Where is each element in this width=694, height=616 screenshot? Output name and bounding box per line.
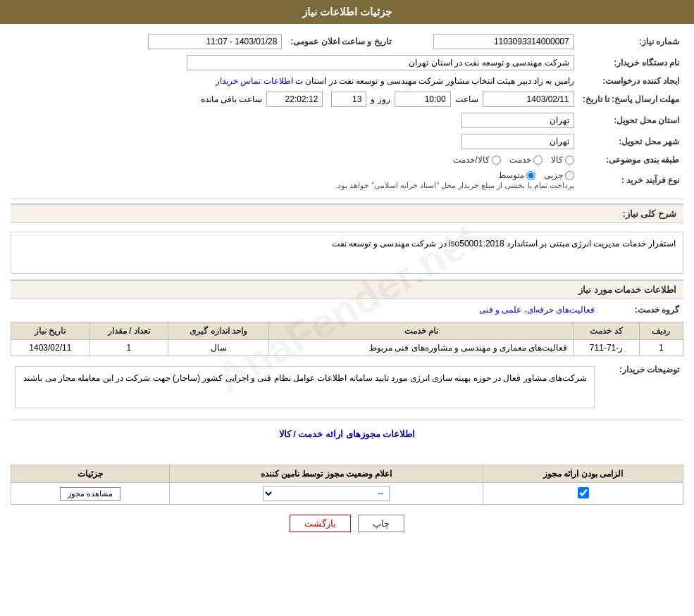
cell-service-name: فعالیت‌های معماری و مهندسی و مشاوره‌های … <box>269 340 574 356</box>
buyer-org-input[interactable] <box>187 55 574 70</box>
label-response-deadline: مهلت ارسال پاسخ: تا تاریخ: <box>578 89 683 110</box>
table-row: 1 ر-71-711 فعالیت‌های معماری و مهندسی و … <box>11 340 683 356</box>
action-buttons: چاپ بازگشت <box>11 505 683 542</box>
view-license-button[interactable]: مشاهده مجوز <box>60 487 120 501</box>
radio-service[interactable]: خدمت <box>509 155 543 165</box>
cell-row-num: 1 <box>639 340 683 356</box>
deadline-time-input[interactable] <box>395 92 451 107</box>
cell-quantity: 1 <box>89 340 168 356</box>
radio-service-input[interactable] <box>533 156 543 165</box>
service-group-link[interactable]: فعالیت‌های حرفه‌ای، علمی و فنی <box>479 305 595 315</box>
label-day: روز و <box>371 94 390 104</box>
label-service-group: گروه خدمت: <box>599 302 683 318</box>
radio-goods-service[interactable]: کالا/خدمت <box>453 155 500 165</box>
label-category: طبقه بندی موضوعی: <box>578 152 683 168</box>
radio-partial-input[interactable] <box>565 171 574 180</box>
label-need-number: شماره نیاز: <box>578 31 683 52</box>
radio-medium-input[interactable] <box>526 171 535 180</box>
lic-col-details: جزئیات <box>11 465 170 483</box>
label-process-type: نوع فرآیند خرید : <box>578 168 683 193</box>
cell-service-code: ر-71-711 <box>574 340 639 356</box>
deadline-remain-input[interactable] <box>266 92 323 107</box>
lic-cell-details: مشاهده مجوز <box>11 483 170 505</box>
top-info-table: شماره نیاز: تاریخ و ساعت اعلان عمومی: نا… <box>11 31 683 193</box>
label-buyer-notes: توضیحات خریدار: <box>599 360 683 414</box>
col-service-code: کد خدمت <box>574 322 639 340</box>
buyer-notes-box: شرکت‌های مشاور فعال در حوزه بهینه سازی ا… <box>15 366 595 408</box>
label-province: استان محل تحویل: <box>578 110 683 131</box>
province-input[interactable] <box>461 113 574 128</box>
label-remain: ساعت باقی مانده <box>201 94 263 104</box>
section-service-info: اطلاعات خدمات مورد نیاز <box>11 279 683 299</box>
need-number-input[interactable] <box>433 34 574 49</box>
radio-partial[interactable]: جزیی <box>544 170 574 180</box>
print-button[interactable]: چاپ <box>358 515 404 532</box>
section-general-desc: شرح کلی نیاز: <box>11 203 683 223</box>
general-desc-text: استقرار خدمات مدیریت انرژی مبتنی بر استا… <box>332 239 676 249</box>
page-title: جزئیات اطلاعات نیاز <box>0 0 694 24</box>
contact-link[interactable]: اطلاعات تماس خریدار <box>216 76 293 86</box>
label-time: ساعت <box>455 94 478 104</box>
col-row-num: ردیف <box>639 322 683 340</box>
deadline-date-input[interactable] <box>483 92 574 107</box>
radio-goods-input[interactable] <box>565 156 574 165</box>
lic-col-required: الزامی بودن ارائه مجوز <box>483 465 683 483</box>
label-announce-date: تاریخ و ساعت اعلان عمومی: <box>286 31 395 52</box>
services-table: ردیف کد خدمت نام خدمت واحد اندازه گیری ت… <box>11 322 683 356</box>
requester-text: رامین به زاد دبیر هیئت انتخاب مشاور شرکت… <box>295 76 574 86</box>
section-license-title: اطلاعات مجوزهای ارائه خدمت / کالا <box>11 425 683 444</box>
radio-goods-service-input[interactable] <box>492 156 501 165</box>
status-select[interactable]: -- <box>263 486 390 501</box>
city-input[interactable] <box>461 134 574 149</box>
label-buyer-org: نام دستگاه خریدار: <box>578 52 683 73</box>
license-table: الزامی بودن ارائه مجوز اعلام وضعیت مجوز … <box>11 465 683 505</box>
label-city: شهر محل تحویل: <box>578 131 683 152</box>
col-quantity: تعداد / مقدار <box>89 322 168 340</box>
general-desc-box: استقرار خدمات مدیریت انرژی مبتنی بر استا… <box>11 232 683 274</box>
lic-cell-required <box>483 483 683 505</box>
deadline-days-input[interactable] <box>331 92 366 107</box>
col-unit: واحد اندازه گیری <box>168 322 269 340</box>
announce-date-input[interactable] <box>148 34 282 49</box>
required-checkbox[interactable] <box>578 487 589 498</box>
radio-medium[interactable]: متوسط <box>498 170 535 180</box>
lic-cell-status: -- <box>170 483 483 505</box>
radio-goods[interactable]: کالا <box>551 155 574 165</box>
col-service-name: نام خدمت <box>269 322 574 340</box>
label-requester: ایجاد کننده درخواست: <box>578 73 683 89</box>
lic-col-status: اعلام وضعیت مجوز توسط نامین کننده <box>170 465 483 483</box>
col-date: تاریخ نیاز <box>11 322 90 340</box>
back-button[interactable]: بازگشت <box>290 515 351 532</box>
cell-date: 1403/02/11 <box>11 340 90 356</box>
process-note: پرداخت تمام یا بخشی از مبلغ خریدار محل "… <box>335 181 574 189</box>
buyer-notes-text: شرکت‌های مشاور فعال در حوزه بهینه سازی ا… <box>23 373 587 383</box>
license-row: -- مشاهده مجوز <box>11 483 683 505</box>
cell-unit: سال <box>168 340 269 356</box>
